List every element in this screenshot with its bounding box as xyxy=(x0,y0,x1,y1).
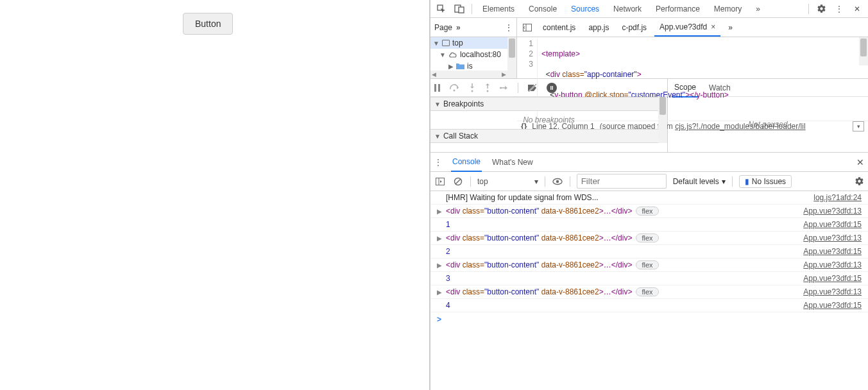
flex-badge[interactable]: flex xyxy=(636,287,658,296)
nav-label: top xyxy=(452,38,463,47)
close-tab-icon[interactable]: × xyxy=(711,22,715,31)
file-tab-strip: content.js app.js c-pdf.js App.vue?3dfd×… xyxy=(517,18,868,37)
console-row[interactable]: ▶ <div class="button-content" data-v-886… xyxy=(430,205,868,218)
nav-vscroll[interactable] xyxy=(507,37,516,78)
tab-performance[interactable]: Performance xyxy=(649,1,706,17)
editor-dropdown-icon[interactable]: ▾ xyxy=(853,121,864,131)
file-tab-app-js[interactable]: app.js xyxy=(583,19,614,36)
step-icon[interactable] xyxy=(500,85,509,91)
breakpoints-header[interactable]: ▼ Breakpoints xyxy=(430,97,667,111)
toggle-sidebar-icon[interactable] xyxy=(434,178,446,185)
console-row[interactable]: ▶ <div class="button-content" data-v-886… xyxy=(430,259,868,272)
log-message: <div class="button-content" data-v-8861c… xyxy=(446,287,632,296)
expand-icon[interactable]: ▶ xyxy=(437,208,442,215)
drawer-menu-icon[interactable]: ⋮ xyxy=(434,158,442,167)
code-vscroll[interactable] xyxy=(859,37,868,65)
file-tabs-overflow[interactable]: » xyxy=(723,19,738,36)
expand-icon: ▼ xyxy=(439,51,446,58)
console-settings-icon[interactable] xyxy=(855,176,864,186)
page-menu-icon[interactable]: ⋮ xyxy=(505,23,513,32)
tab-memory[interactable]: Memory xyxy=(708,1,748,17)
live-expression-icon[interactable] xyxy=(552,178,563,185)
log-message: <div class="button-content" data-v-8861c… xyxy=(446,260,632,269)
page-label[interactable]: Page xyxy=(434,23,452,32)
issues-chip[interactable]: ▮No Issues xyxy=(739,175,792,188)
source-link[interactable]: App.vue?3dfd:15 xyxy=(803,274,862,283)
tab-sources[interactable]: Sources xyxy=(565,1,606,17)
flex-badge[interactable]: flex xyxy=(636,233,658,242)
step-out-icon[interactable] xyxy=(484,83,491,92)
console-row[interactable]: 4 App.vue?3dfd:15 xyxy=(430,299,868,312)
tab-network[interactable]: Network xyxy=(607,1,648,17)
file-tab-c-pdf-js[interactable]: c-pdf.js xyxy=(617,19,652,36)
source-link[interactable]: App.vue?3dfd:15 xyxy=(803,220,862,229)
close-devtools-icon[interactable]: ✕ xyxy=(849,1,865,17)
source-link[interactable]: App.vue?3dfd:15 xyxy=(803,247,862,256)
gear-icon[interactable] xyxy=(813,1,830,17)
tabs-overflow[interactable]: » xyxy=(749,1,767,17)
page-overflow-icon[interactable]: » xyxy=(456,23,461,32)
step-over-icon[interactable] xyxy=(450,84,460,92)
log-message: <div class="button-content" data-v-8861c… xyxy=(446,233,632,242)
expand-icon[interactable]: ▶ xyxy=(437,235,442,242)
toggle-navigator-icon[interactable] xyxy=(520,20,535,35)
console-row[interactable]: [HMR] Waiting for update signal from WDS… xyxy=(430,191,868,205)
pause-icon[interactable] xyxy=(434,84,441,92)
close-drawer-icon[interactable]: ✕ xyxy=(856,157,864,167)
svg-point-18 xyxy=(556,180,558,182)
file-tab-app-vue[interactable]: App.vue?3dfd× xyxy=(654,19,720,37)
nav-item-top[interactable]: ▼ top xyxy=(430,37,516,49)
console-row[interactable]: 1 App.vue?3dfd:15 xyxy=(430,218,868,232)
code-editor[interactable]: 123 <template> <div class="app-container… xyxy=(517,37,868,78)
source-link[interactable]: App.vue?3dfd:13 xyxy=(803,233,862,242)
drawer-tab-console[interactable]: Console xyxy=(451,153,482,172)
devtools-panel: Elements Console Sources Network Perform… xyxy=(430,0,868,390)
flex-badge[interactable]: flex xyxy=(636,207,658,216)
context-selector[interactable]: top▾ xyxy=(477,177,538,186)
nav-item-host[interactable]: ▼ localhost:80 xyxy=(430,49,516,60)
source-map-link[interactable]: cjs.js?!./node_modules/babel-loader/lil xyxy=(675,122,805,131)
kebab-icon[interactable]: ⋮ xyxy=(831,1,847,17)
console-row[interactable]: ▶ <div class="button-content" data-v-886… xyxy=(430,232,868,245)
source-link[interactable]: log.js?1afd:24 xyxy=(813,193,862,202)
flex-badge[interactable]: flex xyxy=(636,260,658,269)
source-link[interactable]: App.vue?3dfd:15 xyxy=(803,301,862,310)
console-prompt[interactable]: > xyxy=(430,312,868,326)
devtools-topbar: Elements Console Sources Network Perform… xyxy=(430,0,868,18)
log-message: <div class="button-content" data-v-8861c… xyxy=(446,207,632,216)
svg-point-8 xyxy=(472,90,473,92)
console-row[interactable]: 2 App.vue?3dfd:15 xyxy=(430,245,868,259)
callstack-header[interactable]: ▼ Call Stack ▾ xyxy=(430,129,667,143)
tab-elements[interactable]: Elements xyxy=(476,1,521,17)
expand-icon: ▶ xyxy=(448,63,454,70)
drawer-tabs: ⋮ Console What's New ✕ xyxy=(430,153,868,172)
app-button[interactable]: Button xyxy=(183,13,233,35)
separator xyxy=(472,4,472,14)
expand-icon[interactable]: ▶ xyxy=(437,262,442,269)
nav-label: localhost:80 xyxy=(460,50,501,59)
file-tab-content-js[interactable]: content.js xyxy=(538,19,581,36)
step-into-icon[interactable] xyxy=(469,83,475,92)
console-row[interactable]: ▶ <div class="button-content" data-v-886… xyxy=(430,285,868,299)
log-levels-selector[interactable]: Default levels▾ xyxy=(673,177,726,186)
expand-icon[interactable]: ▶ xyxy=(437,289,442,296)
tab-console[interactable]: Console xyxy=(522,1,563,17)
source-link[interactable]: App.vue?3dfd:13 xyxy=(803,260,862,269)
inspect-icon[interactable] xyxy=(433,1,450,17)
nav-hscroll[interactable]: ◀▶ xyxy=(430,71,507,78)
source-link[interactable]: App.vue?3dfd:13 xyxy=(803,207,862,216)
console-row[interactable]: 3 App.vue?3dfd:15 xyxy=(430,272,868,285)
svg-line-16 xyxy=(455,179,461,184)
clear-console-icon[interactable] xyxy=(452,177,464,186)
svg-point-10 xyxy=(500,87,502,89)
debug-vscroll[interactable] xyxy=(658,97,667,143)
device-toggle-icon[interactable] xyxy=(451,1,468,17)
code-line: <template> xyxy=(541,49,580,58)
svg-rect-5 xyxy=(434,84,436,92)
section-title: Call Stack xyxy=(443,131,478,140)
console-filter-input[interactable] xyxy=(577,174,667,189)
console-output: [HMR] Waiting for update signal from WDS… xyxy=(430,191,868,390)
source-link[interactable]: App.vue?3dfd:13 xyxy=(803,287,862,296)
svg-rect-3 xyxy=(523,24,532,31)
drawer-tab-whatsnew[interactable]: What's New xyxy=(491,153,534,171)
